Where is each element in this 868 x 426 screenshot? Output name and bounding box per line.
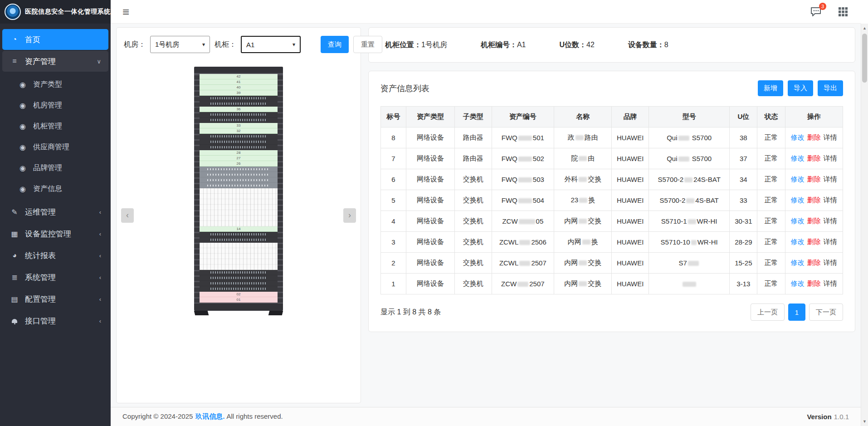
scroll-down-icon[interactable]: ▼ bbox=[861, 418, 868, 425]
rack-slot-u40: 40 bbox=[200, 85, 278, 90]
edit-link[interactable]: 修改 bbox=[791, 133, 805, 141]
sidebar-item[interactable]: ▦设备监控管理‹ bbox=[2, 223, 108, 244]
edit-link[interactable]: 修改 bbox=[791, 217, 805, 225]
rack-body: 42414039363332282726140201 bbox=[194, 74, 283, 303]
edit-link[interactable]: 修改 bbox=[791, 259, 805, 266]
sidebar-item[interactable]: ≡资产管理∨ bbox=[2, 51, 108, 72]
sidebar-subitem[interactable]: ◉资产信息 bbox=[2, 179, 108, 199]
chevron-right-icon: › bbox=[348, 211, 351, 220]
room-select[interactable]: 1号机房 ▾ bbox=[150, 36, 210, 53]
delete-link[interactable]: 删除 bbox=[807, 217, 821, 225]
sidebar-subitem[interactable]: ◉机房管理 bbox=[2, 95, 108, 115]
query-button[interactable]: 查询 bbox=[321, 36, 349, 53]
sidebar-item-label: 运维管理 bbox=[25, 207, 94, 217]
add-button[interactable]: 新增 bbox=[758, 80, 783, 96]
rack-slot-u34 bbox=[200, 118, 278, 123]
cell-status: 正常 bbox=[757, 232, 785, 253]
apps-grid-button[interactable] bbox=[837, 6, 849, 18]
delete-link[interactable]: 删除 bbox=[807, 259, 821, 266]
rack-slot-u11 bbox=[200, 243, 278, 248]
vertical-scrollbar[interactable]: ▲ ▼ bbox=[861, 24, 868, 426]
sidebar: 医院信息安全一体化管理系统 ◔首页≡资产管理∨◉资产类型◉机房管理◉机柜管理◉供… bbox=[0, 0, 111, 426]
scrollbar-thumb[interactable] bbox=[862, 34, 867, 83]
rack-slot-u17 bbox=[200, 210, 278, 215]
cell-actions: 修改删除详情 bbox=[785, 211, 843, 232]
carousel-prev-button[interactable]: ‹ bbox=[121, 208, 134, 223]
sidebar-item[interactable]: ◔首页 bbox=[2, 29, 108, 50]
room-filter-label: 机房： bbox=[124, 40, 146, 49]
table-header-row: 标号资产类型子类型资产编号名称品牌型号U位状态操作 bbox=[381, 107, 843, 127]
detail-link[interactable]: 详情 bbox=[824, 279, 837, 287]
cell-brand: HUAWEI bbox=[612, 253, 649, 274]
rack-slot-u33: 33 bbox=[200, 123, 278, 128]
cell-type: 网络设备 bbox=[406, 148, 455, 169]
rack-slot-u18 bbox=[200, 205, 278, 210]
detail-link[interactable]: 详情 bbox=[824, 175, 837, 183]
rack-slots: 42414039363332282726140201 bbox=[200, 74, 278, 303]
delete-link[interactable]: 删除 bbox=[807, 196, 821, 204]
detail-link[interactable]: 详情 bbox=[824, 154, 837, 162]
cell-status: 正常 bbox=[757, 190, 785, 211]
rack-slot-u26: 26 bbox=[200, 161, 278, 166]
current-page-button[interactable]: 1 bbox=[788, 304, 805, 321]
delete-link[interactable]: 删除 bbox=[807, 238, 821, 245]
censored-text bbox=[579, 177, 587, 182]
delete-link[interactable]: 删除 bbox=[807, 175, 821, 183]
hamburger-menu-icon[interactable]: ≡ bbox=[122, 6, 129, 18]
censored-text bbox=[684, 177, 692, 182]
delete-link[interactable]: 删除 bbox=[807, 133, 821, 141]
edit-link[interactable]: 修改 bbox=[791, 196, 805, 204]
carousel-next-button[interactable]: › bbox=[343, 208, 356, 223]
messages-button[interactable]: 3 bbox=[810, 6, 822, 18]
cell-id: 5 bbox=[381, 190, 406, 211]
censored-text bbox=[579, 198, 587, 203]
cell-name: 内网交换 bbox=[554, 274, 612, 294]
reset-button[interactable]: 重置 bbox=[353, 36, 382, 53]
delete-link[interactable]: 删除 bbox=[807, 279, 821, 287]
asset-list-header: 资产信息列表 新增 导入 导出 bbox=[380, 80, 843, 96]
sidebar-item[interactable]: ◕统计报表‹ bbox=[2, 245, 108, 266]
delete-link[interactable]: 删除 bbox=[807, 154, 821, 162]
next-page-button[interactable]: 下一页 bbox=[809, 304, 843, 321]
edit-link[interactable]: 修改 bbox=[791, 279, 805, 287]
export-button[interactable]: 导出 bbox=[818, 80, 843, 96]
detail-link[interactable]: 详情 bbox=[824, 238, 837, 245]
sidebar-subitem[interactable]: ◉品牌管理 bbox=[2, 158, 108, 178]
grid-icon: ▦ bbox=[10, 230, 20, 238]
prev-page-button[interactable]: 上一页 bbox=[751, 304, 785, 321]
rack-slot-u31 bbox=[200, 134, 278, 139]
rack-slot-u42: 42 bbox=[200, 74, 278, 79]
edit-link[interactable]: 修改 bbox=[791, 154, 805, 162]
company-link[interactable]: 玖讯信息. bbox=[195, 412, 224, 420]
cell-brand: HUAWEI bbox=[612, 169, 649, 190]
rack-slot-u36: 36 bbox=[200, 107, 278, 112]
sidebar-item[interactable]: ≣系统管理‹ bbox=[2, 267, 108, 288]
detail-link[interactable]: 详情 bbox=[824, 259, 837, 266]
edit-link[interactable]: 修改 bbox=[791, 238, 805, 245]
sidebar-item[interactable]: ✎运维管理‹ bbox=[2, 201, 108, 222]
scroll-up-icon[interactable]: ▲ bbox=[861, 24, 868, 32]
cell-brand: HUAWEI bbox=[612, 232, 649, 253]
cell-subtype: 路由器 bbox=[455, 127, 492, 148]
censored-text bbox=[688, 261, 699, 266]
cabinet-select[interactable]: A1 ▾ bbox=[241, 36, 301, 53]
sidebar-subitem[interactable]: ◉机柜管理 bbox=[2, 116, 108, 136]
detail-link[interactable]: 详情 bbox=[824, 196, 837, 204]
detail-link[interactable]: 详情 bbox=[824, 217, 837, 225]
sidebar-subitem[interactable]: ◉资产类型 bbox=[2, 74, 108, 94]
cell-actions: 修改删除详情 bbox=[785, 127, 843, 148]
sidebar-subitem[interactable]: ◉供应商管理 bbox=[2, 137, 108, 157]
import-button[interactable]: 导入 bbox=[788, 80, 813, 96]
censored-text bbox=[518, 157, 532, 162]
sidebar-item[interactable]: 接口管理‹ bbox=[2, 310, 108, 331]
sidebar-item[interactable]: ▤配置管理‹ bbox=[2, 289, 108, 309]
column-header: 资产编号 bbox=[492, 107, 554, 127]
chevron-left-icon: ‹ bbox=[99, 274, 101, 281]
cell-type: 网络设备 bbox=[406, 211, 455, 232]
sidebar-item-label: 设备监控管理 bbox=[25, 229, 94, 239]
detail-link[interactable]: 详情 bbox=[824, 133, 837, 141]
cell-actions: 修改删除详情 bbox=[785, 169, 843, 190]
asset-action-buttons: 新增 导入 导出 bbox=[758, 80, 843, 96]
edit-link[interactable]: 修改 bbox=[791, 175, 805, 183]
cell-code: ZCW2507 bbox=[492, 274, 554, 294]
